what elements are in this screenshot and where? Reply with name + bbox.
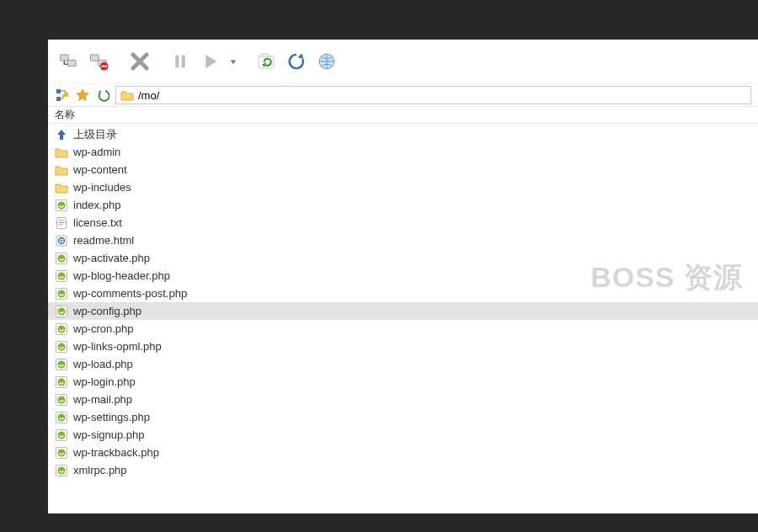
svg-rect-0 xyxy=(60,55,68,61)
list-item[interactable]: 上级目录 xyxy=(48,125,758,143)
list-item[interactable]: wp-login.php xyxy=(48,373,758,391)
svg-point-23 xyxy=(58,290,66,297)
list-item[interactable]: license.txt xyxy=(48,214,758,231)
cancel-icon[interactable] xyxy=(127,49,152,74)
svg-point-19 xyxy=(58,254,66,262)
list-item[interactable]: wp-comments-post.php xyxy=(48,285,758,302)
php-icon xyxy=(55,340,68,354)
list-item-label: wp-mail.php xyxy=(73,393,132,406)
list-item[interactable]: wp-content xyxy=(48,161,758,178)
column-header-row: 名称 xyxy=(48,107,758,124)
back-arrow-icon[interactable] xyxy=(95,88,110,103)
php-icon xyxy=(55,464,68,477)
php-icon xyxy=(55,375,68,389)
list-item-label: wp-content xyxy=(73,163,127,176)
folder-icon xyxy=(120,88,135,103)
folder-icon xyxy=(55,181,68,194)
list-item[interactable]: index.php xyxy=(48,196,758,214)
list-item-label: wp-admin xyxy=(73,146,120,158)
path-input[interactable] xyxy=(138,89,747,102)
up-arrow-icon xyxy=(55,128,68,141)
svg-point-25 xyxy=(58,307,66,315)
svg-point-14 xyxy=(58,201,66,209)
svg-point-27 xyxy=(58,325,66,332)
file-manager-window: 名称 上级目录wp-adminwp-contentwp-includesinde… xyxy=(48,40,758,513)
star-icon[interactable] xyxy=(75,88,90,103)
list-item-label: wp-activate.php xyxy=(73,252,150,264)
svg-rect-7 xyxy=(182,56,185,68)
php-icon xyxy=(55,287,68,301)
column-name[interactable]: 名称 xyxy=(55,108,75,122)
svg-point-29 xyxy=(58,343,66,350)
list-item[interactable]: xmlrpc.php xyxy=(48,461,758,479)
list-item-label: xmlrpc.php xyxy=(73,464,127,476)
php-icon xyxy=(55,269,68,283)
list-item-label: wp-includes xyxy=(73,181,131,194)
svg-rect-2 xyxy=(90,55,99,61)
list-item[interactable]: readme.html xyxy=(48,231,758,249)
list-item[interactable]: wp-admin xyxy=(48,143,758,161)
php-icon xyxy=(55,358,68,371)
html-icon xyxy=(55,234,68,247)
path-box[interactable] xyxy=(115,86,751,104)
list-item-label: index.php xyxy=(73,199,120,211)
address-bar xyxy=(48,83,758,107)
svg-point-41 xyxy=(58,449,66,456)
dropdown-icon[interactable] xyxy=(228,49,238,74)
connect-icon[interactable] xyxy=(56,49,82,74)
list-item[interactable]: wp-cron.php xyxy=(48,320,758,338)
php-icon xyxy=(55,322,68,336)
svg-rect-1 xyxy=(67,60,76,66)
list-item[interactable]: wp-trackback.php xyxy=(48,444,758,461)
svg-point-39 xyxy=(58,431,66,439)
svg-rect-12 xyxy=(64,93,68,97)
list-item[interactable]: wp-blog-header.php xyxy=(48,267,758,285)
list-item-label: wp-settings.php xyxy=(73,411,150,423)
svg-point-33 xyxy=(58,378,66,386)
php-icon xyxy=(55,199,68,212)
list-item-label: license.txt xyxy=(73,216,122,229)
disconnect-icon[interactable] xyxy=(87,49,112,74)
list-item-label: readme.html xyxy=(73,234,134,247)
globe-icon[interactable] xyxy=(314,49,339,74)
list-item-label: 上级目录 xyxy=(73,127,117,142)
list-item-label: wp-blog-header.php xyxy=(73,269,170,282)
php-icon xyxy=(55,446,68,460)
list-item-label: wp-login.php xyxy=(73,375,136,388)
svg-rect-11 xyxy=(56,97,61,101)
list-item-label: wp-config.php xyxy=(73,305,141,317)
pause-icon[interactable] xyxy=(168,49,193,74)
list-item-label: wp-load.php xyxy=(73,358,133,370)
list-item-label: wp-cron.php xyxy=(73,322,134,335)
svg-rect-5 xyxy=(101,66,107,67)
text-icon xyxy=(55,216,68,230)
svg-point-31 xyxy=(58,360,66,368)
php-icon xyxy=(55,428,68,442)
folder-icon xyxy=(55,163,68,177)
main-toolbar xyxy=(48,40,758,83)
php-icon xyxy=(55,411,68,424)
svg-point-43 xyxy=(58,466,66,474)
list-item[interactable]: wp-settings.php xyxy=(48,408,758,426)
list-item[interactable]: wp-activate.php xyxy=(48,249,758,267)
svg-point-21 xyxy=(58,272,66,279)
list-item-label: wp-comments-post.php xyxy=(73,287,187,300)
list-item-label: wp-links-opml.php xyxy=(73,340,162,353)
list-item-label: wp-signup.php xyxy=(73,428,145,441)
tree-icon[interactable] xyxy=(55,88,70,103)
svg-point-37 xyxy=(58,413,66,421)
list-item[interactable]: wp-config.php xyxy=(48,302,758,320)
php-icon xyxy=(55,252,68,265)
refresh-folder-icon[interactable] xyxy=(254,49,279,74)
list-item[interactable]: wp-load.php xyxy=(48,355,758,373)
php-icon xyxy=(55,393,68,407)
play-icon[interactable] xyxy=(198,49,223,74)
list-item[interactable]: wp-mail.php xyxy=(48,391,758,408)
folder-icon xyxy=(55,146,68,159)
list-item[interactable]: wp-includes xyxy=(48,178,758,196)
svg-rect-10 xyxy=(56,89,61,93)
reload-icon[interactable] xyxy=(284,49,309,74)
list-item[interactable]: wp-links-opml.php xyxy=(48,338,758,355)
php-icon xyxy=(55,305,68,318)
list-item[interactable]: wp-signup.php xyxy=(48,426,758,444)
